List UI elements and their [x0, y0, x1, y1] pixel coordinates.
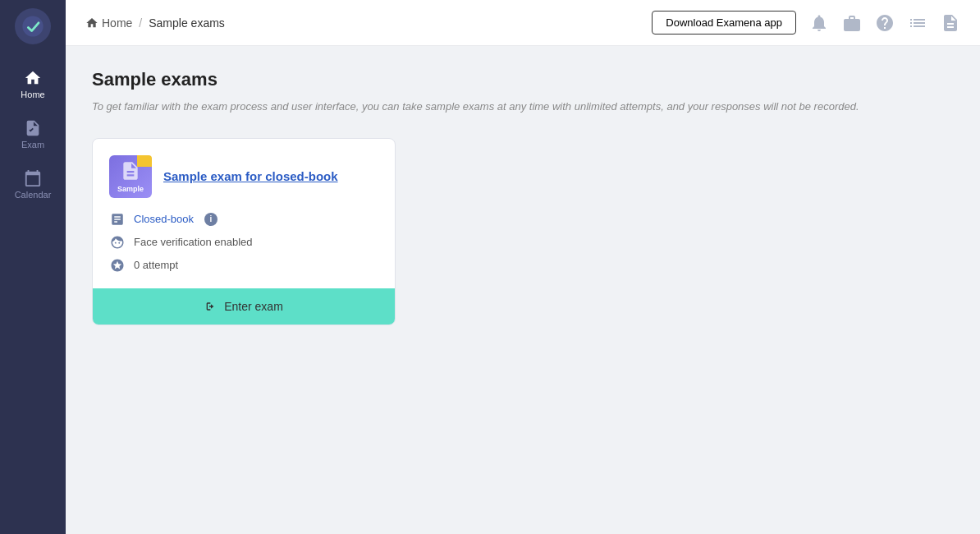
enter-exam-icon [204, 300, 218, 313]
app-logo [15, 8, 51, 44]
breadcrumb-separator: / [139, 16, 142, 30]
sidebar-item-exam-label: Exam [21, 140, 44, 150]
closed-book-icon [109, 211, 126, 228]
exam-card: Sample Sample exam for closed-book Close [92, 138, 396, 325]
enter-exam-button[interactable]: Enter exam [93, 288, 395, 325]
sidebar-item-exam[interactable]: Exam [0, 111, 66, 158]
help-icon[interactable] [875, 13, 895, 33]
app-header: Home / Sample exams Download Examena app [66, 0, 980, 46]
document-icon[interactable] [941, 13, 960, 33]
main-content: Home / Sample exams Download Examena app [66, 0, 980, 534]
page-title: Sample exams [92, 69, 954, 90]
attempts-label: 0 attempt [134, 259, 178, 271]
exam-thumbnail-corner [137, 155, 152, 167]
breadcrumb-home-label: Home [102, 16, 132, 30]
face-verify-label: Face verification enabled [134, 236, 253, 248]
enter-exam-label: Enter exam [224, 300, 283, 313]
notifications-icon[interactable] [809, 13, 829, 33]
face-verify-icon [109, 234, 126, 251]
breadcrumb-home-link[interactable]: Home [85, 16, 132, 30]
download-app-button[interactable]: Download Examena app [652, 11, 796, 35]
exam-meta-row-attempts: 0 attempt [109, 257, 378, 274]
exam-card-body: Sample Sample exam for closed-book Close [93, 139, 395, 288]
attempts-icon [109, 257, 126, 274]
exam-meta-row-face-verify: Face verification enabled [109, 234, 378, 251]
sidebar-item-home-label: Home [21, 90, 44, 99]
sidebar-item-calendar[interactable]: Calendar [0, 161, 66, 208]
home-icon [85, 16, 98, 30]
briefcase-icon[interactable] [842, 13, 862, 33]
sidebar-item-calendar-label: Calendar [15, 190, 52, 200]
breadcrumb: Home / Sample exams [85, 16, 652, 30]
exam-thumbnail-text: Sample [117, 185, 144, 193]
sidebar-item-home[interactable]: Home [0, 61, 66, 108]
closed-book-label: Closed-book [134, 213, 194, 225]
sidebar: Home Exam Calendar [0, 0, 66, 534]
page-body: Sample exams To get familiar with the ex… [66, 46, 980, 534]
exam-meta: Closed-book i Face verification enabled [109, 211, 378, 274]
exam-card-title[interactable]: Sample exam for closed-book [163, 169, 338, 183]
closed-book-info-icon[interactable]: i [204, 213, 218, 226]
exam-thumbnail: Sample [109, 155, 152, 198]
header-actions: Download Examena app [652, 11, 960, 35]
svg-point-0 [22, 16, 43, 36]
breadcrumb-current: Sample exams [149, 16, 225, 30]
exam-meta-row-book-type: Closed-book i [109, 211, 378, 228]
list-icon[interactable] [908, 13, 927, 33]
page-subtitle: To get familiar with the exam process an… [92, 99, 954, 115]
exam-card-header: Sample Sample exam for closed-book [109, 155, 378, 198]
